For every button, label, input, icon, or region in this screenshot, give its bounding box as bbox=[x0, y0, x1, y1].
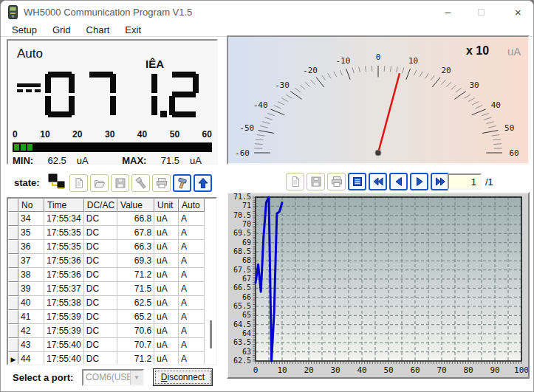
svg-text:64: 64 bbox=[242, 329, 251, 337]
cell-unit: uA bbox=[154, 240, 179, 254]
cell-no: 39 bbox=[18, 282, 44, 296]
new-file-button[interactable] bbox=[69, 174, 88, 192]
svg-text:63: 63 bbox=[242, 348, 251, 356]
window-title: WH5000 Communication Program V1.5 bbox=[24, 7, 192, 18]
page-number-input[interactable] bbox=[448, 173, 482, 190]
prev-page-button[interactable] bbox=[389, 173, 408, 190]
menu-item-exit[interactable]: Exit bbox=[120, 24, 146, 37]
cell-dcac: DC bbox=[84, 212, 117, 226]
arrow-up-icon bbox=[197, 177, 209, 189]
table-header-unit[interactable]: Unit bbox=[154, 199, 179, 212]
port-select[interactable]: COM6(USB) ▼ bbox=[82, 369, 144, 386]
save-icon bbox=[310, 176, 322, 188]
table-row[interactable]: 3617:55:35DC66.3uAA bbox=[8, 240, 205, 254]
table-row[interactable]: 3817:55:36DC71.2uAA bbox=[8, 268, 205, 282]
cell-unit: uA bbox=[154, 212, 179, 226]
svg-text:71.5: 71.5 bbox=[233, 193, 251, 201]
cell-unit: uA bbox=[154, 282, 179, 296]
analog-gauge-panel: -60-50-40-30-20-100102030405060 x 10 uA bbox=[227, 35, 530, 165]
menu-item-grid[interactable]: Grid bbox=[47, 24, 76, 37]
save-file-button[interactable] bbox=[111, 174, 129, 192]
cell-unit: uA bbox=[154, 324, 179, 338]
table-header-value[interactable]: Value bbox=[117, 199, 154, 212]
last-page-button[interactable] bbox=[431, 173, 449, 190]
app-window: WH5000 Communication Program V1.5 – × Se… bbox=[0, 0, 534, 392]
svg-text:66: 66 bbox=[242, 293, 251, 301]
table-row[interactable]: 4017:55:38DC62.5uAA bbox=[8, 296, 205, 310]
bargraph-scale: 0102030405060 bbox=[13, 129, 212, 140]
cell-dcac: DC bbox=[84, 324, 117, 338]
print-chart-button[interactable] bbox=[327, 173, 346, 190]
svg-text:90: 90 bbox=[490, 365, 499, 375]
cell-no: 41 bbox=[18, 310, 44, 324]
new-chart-button[interactable] bbox=[286, 173, 304, 190]
auto-mode-label: Auto bbox=[17, 47, 43, 61]
measurement-table-panel: NoTimeDC/ACValueUnitAuto 3417:55:34DC66.… bbox=[7, 197, 217, 365]
table-row[interactable]: 3917:55:37DC71.5uAA bbox=[8, 282, 205, 296]
save-chart-button[interactable] bbox=[307, 173, 325, 190]
printer-icon bbox=[331, 176, 343, 188]
cell-dcac: DC bbox=[84, 254, 117, 268]
maximize-button[interactable] bbox=[465, 1, 498, 23]
first-page-button[interactable] bbox=[369, 173, 387, 190]
next-page-button[interactable] bbox=[410, 173, 428, 190]
svg-text:67.5: 67.5 bbox=[233, 266, 251, 274]
svg-text:69.5: 69.5 bbox=[233, 229, 251, 237]
disconnect-button[interactable]: Disconnect bbox=[153, 368, 213, 386]
table-scrollbar-thumb[interactable] bbox=[210, 320, 212, 348]
table-row[interactable]: ▶4417:55:40DC71.2uAA bbox=[8, 352, 205, 365]
state-label: state: bbox=[14, 177, 40, 188]
table-header-no[interactable]: No bbox=[18, 199, 44, 212]
svg-text:40: 40 bbox=[357, 365, 366, 375]
new-doc-icon bbox=[73, 177, 85, 189]
table-header-auto[interactable]: Auto bbox=[179, 199, 205, 212]
cell-no: 43 bbox=[18, 338, 44, 352]
save-icon bbox=[114, 177, 126, 189]
upload-button[interactable] bbox=[194, 174, 212, 192]
bargraph-scale-tick: 10 bbox=[40, 129, 49, 140]
cell-value: 70.7 bbox=[117, 338, 154, 352]
table-row[interactable]: 3717:55:36DC69.3uAA bbox=[8, 254, 205, 268]
svg-text:68: 68 bbox=[242, 256, 251, 264]
row-selector bbox=[8, 268, 18, 282]
table-row[interactable]: 4317:55:40DC70.7uAA bbox=[8, 338, 205, 352]
flashlight-button[interactable] bbox=[131, 174, 150, 192]
cell-auto: A bbox=[179, 310, 205, 324]
chart-toolbar bbox=[286, 173, 449, 190]
row-selector bbox=[8, 338, 18, 352]
table-header-time[interactable]: Time bbox=[44, 199, 84, 212]
max-label: MAX: bbox=[122, 155, 146, 166]
svg-text:80: 80 bbox=[463, 365, 473, 375]
cell-unit: uA bbox=[154, 254, 179, 268]
svg-text:30: 30 bbox=[469, 80, 479, 90]
menu-item-chart[interactable]: Chart bbox=[81, 24, 115, 37]
min-value: 62.5 bbox=[48, 155, 66, 166]
svg-text:71: 71 bbox=[242, 202, 251, 210]
trend-chart: 62.56363.56464.56565.56666.56767.56868.5… bbox=[228, 193, 528, 377]
minimize-button[interactable]: – bbox=[431, 1, 465, 23]
max-value: 71.5 bbox=[161, 155, 179, 166]
tools-button[interactable] bbox=[173, 174, 191, 192]
chart-panel: 62.56363.56464.56565.56666.56767.56868.5… bbox=[227, 192, 530, 379]
table-row[interactable]: 3517:55:35DC67.8uAA bbox=[8, 226, 205, 240]
open-file-button[interactable] bbox=[90, 174, 109, 192]
gauge-multiplier-label: x 10 bbox=[466, 44, 489, 58]
bargraph bbox=[13, 142, 212, 152]
cell-no: 34 bbox=[18, 212, 44, 226]
close-button[interactable]: × bbox=[502, 1, 534, 23]
svg-text:0: 0 bbox=[376, 52, 381, 62]
table-header-dcac[interactable]: DC/AC bbox=[84, 199, 117, 212]
svg-text:64.5: 64.5 bbox=[233, 320, 251, 329]
table-row[interactable]: 4217:55:39DC70.6uAA bbox=[8, 324, 205, 338]
table-row[interactable]: 4117:55:39DC65.2uAA bbox=[8, 310, 205, 324]
double-left-arrow-icon bbox=[372, 176, 384, 188]
print-button[interactable] bbox=[152, 174, 171, 192]
list-view-button[interactable] bbox=[348, 173, 366, 190]
table-row[interactable]: 3417:55:34DC66.8uAA bbox=[8, 212, 205, 226]
cell-unit: uA bbox=[154, 310, 179, 324]
menu-item-setup[interactable]: Setup bbox=[7, 24, 42, 37]
double-right-arrow-icon bbox=[434, 176, 446, 188]
left-arrow-icon bbox=[393, 176, 405, 188]
cell-dcac: DC bbox=[84, 226, 117, 240]
cell-value: 66.3 bbox=[117, 240, 154, 254]
